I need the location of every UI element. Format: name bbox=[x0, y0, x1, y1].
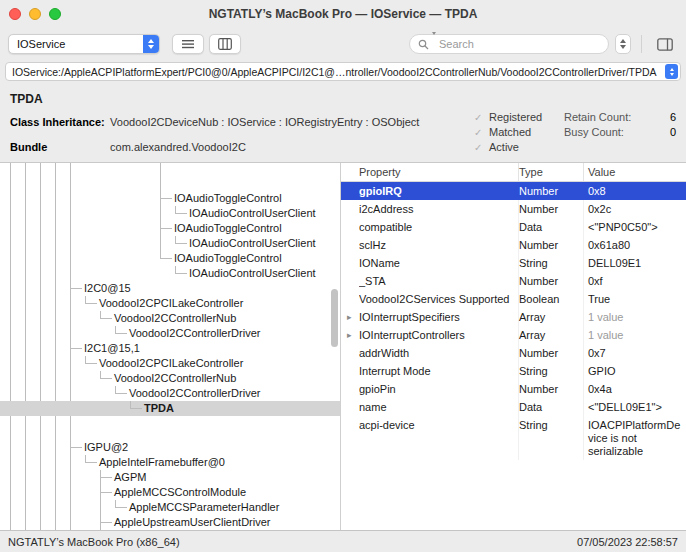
property-value: 0xf bbox=[584, 272, 686, 290]
disclosure-triangle-icon[interactable]: ▸ bbox=[347, 329, 359, 342]
property-value: IOACPIPlatformDevice is not serializable bbox=[584, 416, 686, 460]
tree-item[interactable]: AGPM bbox=[0, 470, 340, 485]
class-inheritance-value: VoodooI2CDeviceNub : IOService : IORegis… bbox=[110, 116, 419, 128]
tree-connector bbox=[115, 326, 127, 334]
property-name: IOInterruptSpecifiers bbox=[359, 311, 514, 324]
pathbar-area: IOService:/AppleACPIPlatformExpert/PCI0@… bbox=[0, 60, 686, 85]
registry-tree-pane: IOAudioToggleControlIOAudioControlUserCl… bbox=[0, 163, 340, 530]
tree-item[interactable]: IGPU@2 bbox=[0, 440, 340, 455]
tree-connector bbox=[175, 266, 187, 274]
tree-connector bbox=[100, 470, 112, 478]
property-table-body: gpioIRQNumber0x8i2cAddressNumber0x2ccomp… bbox=[341, 182, 686, 530]
tree-item[interactable]: AppleIntelFramebuffer@0 bbox=[0, 455, 340, 470]
property-row[interactable]: IONameStringDELL09E1 bbox=[341, 254, 686, 272]
property-row[interactable]: VoodooI2CServices SupportedBooleanTrue bbox=[341, 290, 686, 308]
property-name: sclHz bbox=[359, 239, 514, 252]
registry-tree: IOAudioToggleControlIOAudioControlUserCl… bbox=[0, 163, 340, 530]
tree-item[interactable]: I2C1@15,1 bbox=[0, 341, 340, 356]
property-value: 0x8 bbox=[584, 182, 686, 200]
registry-path-text: IOService:/AppleACPIPlatformExpert/PCI0@… bbox=[6, 66, 665, 78]
tree-item[interactable]: AppleUpstreamUserClientDriver bbox=[0, 515, 340, 530]
plane-popup-button[interactable]: IOService bbox=[8, 34, 160, 54]
property-name-cell: ▸IOInterruptSpecifiers bbox=[341, 308, 519, 326]
property-name: gpioIRQ bbox=[359, 185, 514, 198]
tree-item[interactable]: IOAudioControlUserClient bbox=[0, 206, 340, 221]
property-value: 0x7 bbox=[584, 344, 686, 362]
inspector-toggle-button[interactable] bbox=[652, 34, 678, 54]
tree-item[interactable]: VoodooI2CPCILakeController bbox=[0, 296, 340, 311]
disclosure-spacer bbox=[347, 257, 359, 270]
statusbar-machine-label: NGTATLY’s MacBook Pro (x86_64) bbox=[8, 536, 180, 548]
property-row[interactable]: nameData<"DELL09E1"> bbox=[341, 398, 686, 416]
property-name: Interrupt Mode bbox=[359, 365, 514, 378]
tree-item[interactable]: IOAudioControlUserClient bbox=[0, 236, 340, 251]
property-row[interactable]: compatibleData<"PNP0C50"> bbox=[341, 218, 686, 236]
tree-item-label: AppleIntelFramebuffer@0 bbox=[99, 455, 225, 470]
tree-item-label: IGPU@2 bbox=[84, 440, 128, 455]
tree-item[interactable]: VoodooI2CControllerDriver bbox=[0, 386, 340, 401]
property-row[interactable]: ▸IOInterruptControllersArray1 value bbox=[341, 326, 686, 344]
tree-item[interactable]: IOAudioToggleControl bbox=[0, 251, 340, 266]
tree-item-label: VoodooI2CControllerNub bbox=[114, 311, 236, 326]
property-row[interactable]: i2cAddressNumber0x2c bbox=[341, 200, 686, 218]
minimize-button[interactable] bbox=[29, 8, 41, 20]
checkmark-icon: ✓ bbox=[474, 142, 484, 153]
list-view-button[interactable] bbox=[172, 34, 204, 54]
property-name-cell: gpioPin bbox=[341, 380, 519, 398]
search-field[interactable] bbox=[409, 34, 609, 54]
tree-item[interactable]: I2C0@15 bbox=[0, 281, 340, 296]
property-row[interactable]: sclHzNumber0x61a80 bbox=[341, 236, 686, 254]
property-type: Number bbox=[519, 182, 584, 200]
tree-item[interactable]: IOAudioControlUserClient bbox=[0, 266, 340, 281]
flag-matched: ✓ Matched bbox=[474, 126, 558, 138]
property-type: Number bbox=[519, 272, 584, 290]
property-row[interactable]: gpioIRQNumber0x8 bbox=[341, 182, 686, 200]
property-row[interactable]: addrWidthNumber0x7 bbox=[341, 344, 686, 362]
property-name: IOName bbox=[359, 257, 514, 270]
property-name-cell: name bbox=[341, 398, 519, 416]
tree-item[interactable]: IOAudioToggleControl bbox=[0, 221, 340, 236]
property-row[interactable]: _STANumber0xf bbox=[341, 272, 686, 290]
tree-item[interactable]: VoodooI2CControllerNub bbox=[0, 371, 340, 386]
tree-item-label: AppleMCCSParameterHandler bbox=[129, 500, 279, 515]
tree-item[interactable]: AppleMCCSControlModule bbox=[0, 485, 340, 500]
close-button[interactable] bbox=[9, 8, 21, 20]
tree-item[interactable]: VoodooI2CControllerDriver bbox=[0, 326, 340, 341]
zoom-button[interactable] bbox=[49, 8, 61, 20]
tree-connector bbox=[70, 341, 82, 349]
tree-item[interactable]: TPDA bbox=[0, 401, 340, 416]
view-mode-segmented-control bbox=[172, 34, 241, 54]
tree-connector bbox=[85, 296, 97, 304]
ioregistry-window: NGTATLY’s MacBook Pro — IOService — TPDA… bbox=[0, 0, 686, 552]
tree-item[interactable]: VoodooI2CControllerNub bbox=[0, 311, 340, 326]
popup-updown-icon bbox=[143, 34, 159, 54]
property-name-cell: VoodooI2CServices Supported bbox=[341, 290, 519, 308]
column-header-type[interactable]: Type bbox=[519, 163, 584, 181]
property-pane: Property Type Value gpioIRQNumber0x8i2cA… bbox=[340, 163, 686, 530]
tree-item[interactable]: IOAudioToggleControl bbox=[0, 191, 340, 206]
property-row[interactable]: gpioPinNumber0x4a bbox=[341, 380, 686, 398]
updown-stepper-button[interactable] bbox=[615, 34, 631, 54]
disclosure-spacer bbox=[347, 401, 359, 414]
property-name-cell: gpioIRQ bbox=[341, 182, 519, 200]
column-header-value[interactable]: Value bbox=[584, 163, 686, 181]
bundle-label: Bundle bbox=[10, 141, 107, 153]
column-view-button[interactable] bbox=[209, 34, 241, 54]
tree-scrollbar-thumb[interactable] bbox=[331, 289, 338, 347]
column-header-property[interactable]: Property bbox=[341, 163, 519, 181]
property-name: acpi-device bbox=[359, 419, 514, 458]
tree-item[interactable]: VoodooI2CPCILakeController bbox=[0, 356, 340, 371]
property-row[interactable]: Interrupt ModeStringGPIO bbox=[341, 362, 686, 380]
tree-item-label: IOAudioControlUserClient bbox=[189, 266, 316, 281]
property-row[interactable]: ▸IOInterruptSpecifiersArray1 value bbox=[341, 308, 686, 326]
tree-item[interactable]: AppleMCCSParameterHandler bbox=[0, 500, 340, 515]
toolbar-divider bbox=[641, 35, 642, 53]
property-type: Data bbox=[519, 218, 584, 236]
path-popup-button[interactable]: IOService:/AppleACPIPlatformExpert/PCI0@… bbox=[5, 62, 681, 81]
search-input[interactable] bbox=[439, 38, 600, 50]
disclosure-triangle-icon[interactable]: ▸ bbox=[347, 311, 359, 324]
property-type: String bbox=[519, 254, 584, 272]
property-type: Array bbox=[519, 326, 584, 344]
tree-connector bbox=[115, 500, 127, 508]
property-row[interactable]: acpi-deviceStringIOACPIPlatformDevice is… bbox=[341, 416, 686, 460]
